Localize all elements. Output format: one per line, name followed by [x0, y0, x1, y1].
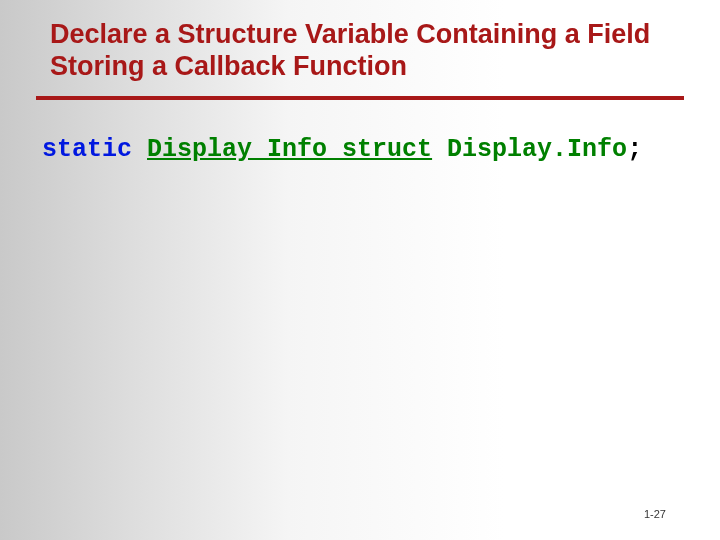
title-divider [36, 96, 684, 100]
code-terminator: ; [627, 135, 642, 164]
slide: Declare a Structure Variable Containing … [0, 0, 720, 540]
slide-number: 1-27 [644, 508, 666, 520]
code-type: Display_Info_struct [147, 135, 432, 164]
slide-title: Declare a Structure Variable Containing … [50, 18, 670, 83]
code-line: static Display_Info_struct Display.Info; [42, 135, 690, 164]
code-variable: Display.Info [447, 135, 627, 164]
code-keyword: static [42, 135, 132, 164]
